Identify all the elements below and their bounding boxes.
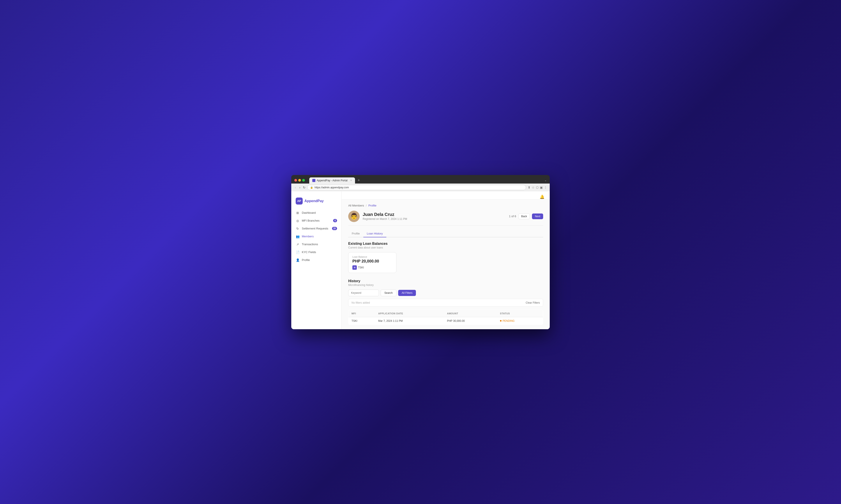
org-icon: 🏛 xyxy=(353,265,357,270)
sidebar-item-dashboard[interactable]: ⊞ Dashboard xyxy=(291,209,341,217)
breadcrumb: All Members / Profile xyxy=(348,204,543,207)
logo-icon: AP xyxy=(296,198,303,204)
logo-area: AP AppendPay xyxy=(291,196,341,209)
history-table: MFI APPLICATION DATE AMOUNT STATUS TSKI … xyxy=(348,310,543,325)
tab-loan-history[interactable]: Loan History xyxy=(363,230,386,237)
sidebar-item-mfi-branches[interactable]: ◎ MFI Branches 6 xyxy=(291,217,341,224)
avatar: 👨 xyxy=(348,211,360,222)
extensions-icon[interactable]: ⬡ xyxy=(536,186,538,189)
mfi-branches-badge: 6 xyxy=(333,219,337,222)
search-button[interactable]: Search xyxy=(381,290,396,296)
col-status: STATUS xyxy=(497,310,543,317)
forward-nav-button[interactable]: › xyxy=(298,185,302,190)
settlement-icon: ↻ xyxy=(296,227,299,230)
dashboard-icon: ⊞ xyxy=(296,211,299,215)
active-tab[interactable]: AppendPay - Admin Portal ✕ xyxy=(309,177,355,183)
lock-icon: 🔒 xyxy=(310,186,313,189)
table-body: TSKI Mar 7, 2024 1:11 PM PHP 30,000.00 P… xyxy=(348,317,543,325)
org-name: TSKI xyxy=(358,266,364,269)
history-subtitle: Microfinancing history xyxy=(348,284,543,287)
main-topbar: 🔔 xyxy=(342,192,550,199)
transactions-icon: ↗ xyxy=(296,242,299,246)
profile-icon: 👤 xyxy=(296,258,299,262)
avatar-emoji: 👨 xyxy=(350,213,358,220)
profile-next-button[interactable]: Next xyxy=(532,214,543,219)
toolbar-icons: ⬆ ☆ ⬡ ▣ ⋮ xyxy=(528,186,547,189)
split-view-icon[interactable]: ▣ xyxy=(540,186,543,189)
col-amount: AMOUNT xyxy=(444,310,497,317)
new-tab-button[interactable]: + xyxy=(356,177,362,183)
sidebar-item-kyc-label: KYC Fields xyxy=(302,250,316,254)
settlement-badge: 20 xyxy=(332,227,337,230)
fullscreen-button[interactable] xyxy=(302,179,305,182)
breadcrumb-parent[interactable]: All Members xyxy=(348,204,364,207)
profile-back-button[interactable]: Back xyxy=(518,214,530,219)
share-icon[interactable]: ⬆ xyxy=(528,186,530,189)
logo-text: AppendPay xyxy=(305,199,324,203)
cell-application-date: Mar 7, 2024 1:11 PM xyxy=(375,317,444,325)
all-filters-button[interactable]: All Filters xyxy=(398,290,416,296)
reload-button[interactable]: ↻ xyxy=(303,186,306,189)
main-wrapper: 🔔 All Members / Profile 👨 Juan Dela Cruz xyxy=(342,192,550,329)
profile-registered-date: Registered on March 7, 2024 1:11 PM xyxy=(363,217,509,220)
profile-navigation: 1 of 6 Back Next xyxy=(509,214,543,219)
status-badge: PENDING xyxy=(500,319,540,322)
cell-status: PENDING xyxy=(497,317,543,325)
sidebar: AP AppendPay ⊞ Dashboard ◎ MFI Branches … xyxy=(291,192,342,329)
address-bar[interactable]: 🔒 https://admin.appendpay.com xyxy=(307,185,526,190)
table-header: MFI APPLICATION DATE AMOUNT STATUS xyxy=(348,310,543,317)
sidebar-item-profile-label: Profile xyxy=(302,258,310,262)
sidebar-item-profile[interactable]: 👤 Profile xyxy=(291,256,341,264)
app-container: AP AppendPay ⊞ Dashboard ◎ MFI Branches … xyxy=(291,192,550,329)
filter-bar-empty-text: No filters added xyxy=(351,301,370,304)
history-title: History xyxy=(348,279,543,283)
filter-bar: No filters added Clear Filters xyxy=(348,299,543,307)
url-text: https://admin.appendpay.com xyxy=(314,186,349,189)
mfi-branches-icon: ◎ xyxy=(296,219,299,222)
browser-toolbar: ‹ › ↻ 🔒 https://admin.appendpay.com ⬆ ☆ … xyxy=(291,183,550,192)
loan-balances-title: Existing Loan Balances xyxy=(348,242,543,246)
keyword-input[interactable] xyxy=(348,290,379,296)
menu-icon[interactable]: ⋮ xyxy=(544,186,547,189)
tab-profile[interactable]: Profile xyxy=(348,230,363,237)
sidebar-item-settlement-label: Settlement Requests xyxy=(302,227,328,230)
sidebar-item-kyc-fields[interactable]: 📄 KYC Fields xyxy=(291,248,341,256)
bookmark-icon[interactable]: ☆ xyxy=(532,186,535,189)
profile-info: Juan Dela Cruz Registered on March 7, 20… xyxy=(363,212,509,220)
card-amount: PHP 20,000.00 xyxy=(353,259,392,264)
cell-mfi: TSKI xyxy=(348,317,375,325)
col-application-date: APPLICATION DATE xyxy=(375,310,444,317)
breadcrumb-current: Profile xyxy=(368,204,377,207)
kyc-icon: 📄 xyxy=(296,250,299,254)
breadcrumb-separator: / xyxy=(366,204,367,207)
sidebar-item-settlement-requests[interactable]: ↻ Settlement Requests 20 xyxy=(291,224,341,233)
profile-pagination-count: 1 of 6 xyxy=(509,215,516,218)
back-nav-button[interactable]: ‹ xyxy=(294,185,297,190)
table-row[interactable]: TSKI Mar 7, 2024 1:11 PM PHP 30,000.00 P… xyxy=(348,317,543,325)
loan-balances-subtitle: Current data about user loans xyxy=(348,246,543,249)
tab-title: AppendPay - Admin Portal xyxy=(317,179,347,182)
card-org: 🏛 TSKI xyxy=(353,265,392,270)
tab-close-icon[interactable]: ✕ xyxy=(350,179,352,182)
sidebar-item-members-label: Members xyxy=(302,235,314,238)
clear-filters-button[interactable]: Clear Filters xyxy=(526,301,540,304)
search-row: Search All Filters xyxy=(348,290,543,296)
history-section: History Microfinancing history Search Al… xyxy=(348,279,543,325)
minimize-button[interactable] xyxy=(298,179,301,182)
col-mfi: MFI xyxy=(348,310,375,317)
profile-name: Juan Dela Cruz xyxy=(363,212,509,217)
sidebar-item-members[interactable]: 👥 Members xyxy=(291,233,341,240)
close-button[interactable] xyxy=(294,179,297,182)
tab-bar: AppendPay - Admin Portal ✕ + xyxy=(309,177,542,183)
notification-bell-icon[interactable]: 🔔 xyxy=(539,195,545,199)
main-content: All Members / Profile 👨 Juan Dela Cruz R… xyxy=(342,199,550,329)
sidebar-item-mfi-branches-label: MFI Branches xyxy=(302,219,320,222)
tabs-bar: Profile Loan History xyxy=(348,230,543,237)
sidebar-item-dashboard-label: Dashboard xyxy=(302,211,316,214)
profile-header: 👨 Juan Dela Cruz Registered on March 7, … xyxy=(348,211,543,226)
window-controls: ⌄ xyxy=(545,179,547,182)
traffic-lights xyxy=(294,179,305,182)
sidebar-item-transactions[interactable]: ↗ Transactions xyxy=(291,240,341,248)
status-text: PENDING xyxy=(503,319,515,322)
browser-titlebar: AppendPay - Admin Portal ✕ + ⌄ xyxy=(291,175,550,183)
